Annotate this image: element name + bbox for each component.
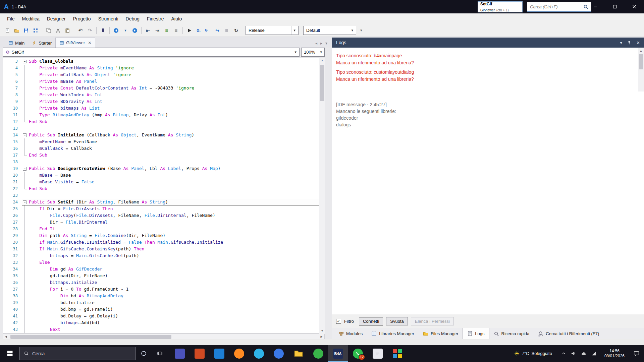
undo-button[interactable]: ↶ [76,26,85,35]
code-line-42[interactable]: 42 bitmaps.Add(bd) [3,319,324,326]
weather-widget[interactable]: ☀ 7°C Soleggiato [509,345,557,362]
cortana-icon[interactable] [136,345,152,362]
code-line-5[interactable]: 5 Private mCallBack As Object 'ignore [3,71,324,78]
code-line-37[interactable]: 37 For i = 0 To gd.FrameCount - 1 [3,286,324,293]
tab-scroll-left-icon[interactable]: ◂ [315,41,317,46]
nav-forward-button[interactable] [130,26,140,35]
code-line-11[interactable]: 11 Type BitmapAndDelay (bmp As Bitmap, D… [3,112,324,118]
code-line-39[interactable]: 39 bd.Initialize [3,299,324,306]
code-line-30[interactable]: 30 If Main.GifsCache.IsInitialized = Fal… [3,239,324,246]
code-line-27[interactable]: 27 Dir = File.DirInternal [3,219,324,226]
tab-starter[interactable]: Starter [28,38,55,48]
taskbar-search-box[interactable]: Cerca [19,347,136,360]
menu-finestre[interactable]: Finestre [143,13,168,24]
fold-marker[interactable]: − [22,165,28,172]
tool-tab-logs[interactable]: Logs [463,328,489,339]
code-line-24[interactable]: 24 −Public Sub SetGif (Dir As String, Fi… [3,199,324,205]
new-file-button[interactable] [3,26,12,35]
scroll-up-icon[interactable]: ▲ [319,58,325,63]
code-line-25[interactable]: 25 If Dir = File.DirAssets Then [3,205,324,212]
taskbar-clock[interactable]: 14:56 08/01/2026 [600,345,629,362]
fold-marker[interactable]: − [22,132,28,138]
run-button[interactable] [184,26,194,35]
fold-marker[interactable]: − [22,199,28,205]
code-line-41[interactable]: 41 bd.Delay = gd.Delay(i) [3,313,324,319]
svuota-button[interactable]: Svuota [386,317,408,325]
tool-tab-ricerca-rapida[interactable]: Ricerca rapida [489,328,534,339]
code-line-3[interactable]: 3 −Sub Class_Globals [3,58,324,65]
comment-button[interactable]: ≡ [162,26,171,35]
code-line-35[interactable]: 35 gd.Load(Dir, FileName) [3,273,324,279]
code-line-31[interactable]: 31 If Main.GifsCache.ContainsKey(path) T… [3,246,324,252]
scroll-right-icon[interactable]: ▶ [319,334,324,339]
edge-icon[interactable] [249,345,269,362]
vertical-scroll-thumb[interactable] [320,65,324,101]
outdent-button[interactable]: ⇤ [143,26,153,35]
onedrive-icon[interactable] [581,351,586,356]
code-line-28[interactable]: 28 End If [3,226,324,232]
scroll-left-icon[interactable]: ◀ [3,334,9,339]
notepad-icon[interactable] [368,345,387,362]
zoom-dropdown[interactable]: 100% ▾ [301,48,325,57]
code-line-7[interactable]: 7 Private Const DefaultColorConstant As … [3,85,324,92]
network-icon[interactable] [591,351,596,356]
code-line-16[interactable]: 16 mCallBack = Callback [3,145,324,152]
paste-button[interactable] [63,26,72,35]
chevron-down-icon[interactable]: ▾ [620,40,623,45]
save-button[interactable] [21,26,31,35]
b4a-icon[interactable]: B4A [328,345,348,362]
menu-aiuto[interactable]: Aiuto [167,13,185,24]
task-view-icon[interactable] [152,345,168,362]
ide-search-box[interactable]: Cerca (Ctrl+F) [527,2,591,12]
close-icon[interactable]: ✕ [636,40,640,45]
cut-button[interactable] [53,26,63,35]
code-line-38[interactable]: 38 Dim bd As BitmapAndDelay [3,293,324,299]
code-line-6[interactable]: 6 Private mBase As Panel [3,78,324,85]
build-config-dropdown[interactable]: Release▾ [246,26,299,35]
modules-grid-button[interactable] [31,26,40,35]
code-line-14[interactable]: 14 −Public Sub Initialize (Callback As O… [3,132,324,138]
menu-modifica[interactable]: Modifica [18,13,43,24]
code-line-10[interactable]: 10 Private bitmaps As List [3,105,324,112]
scroll-down-icon[interactable]: ▼ [319,328,325,334]
grid-app-icon[interactable] [387,345,407,362]
nav-dropdown-button[interactable]: ▾ [121,26,130,35]
code-line-17[interactable]: 17 End Sub [3,152,324,159]
code-line-9[interactable]: 9 Private BDGravity As Int [3,98,324,105]
code-line-29[interactable]: 29 Dim path As String = File.Combine(Dir… [3,232,324,239]
uncomment-button[interactable]: ≡ [171,26,181,35]
firefox-icon[interactable] [229,345,249,362]
whatsapp-icon[interactable]: 12 [348,345,368,362]
logs-scrollbar[interactable]: ▲ [638,48,644,92]
code-line-34[interactable]: 34 Dim gd As GifDecoder [3,266,324,273]
fold-marker[interactable]: − [22,58,28,65]
code-area[interactable]: 3 −Sub Class_Globals 4 Private mEventNam… [3,58,325,334]
code-line-40[interactable]: 40 bd.bmp = gd.Frame(i) [3,306,324,313]
copy-button[interactable] [44,26,53,35]
code-line-13[interactable]: 13 [3,125,324,132]
code-line-36[interactable]: 36 bitmaps.Initialize [3,279,324,286]
open-button[interactable] [12,26,21,35]
horizontal-scroll-thumb[interactable] [10,335,171,339]
editor-vertical-scrollbar[interactable]: ▲ ▼ [319,58,325,334]
action-center-icon[interactable] [629,345,644,362]
code-line-32[interactable]: 32 bitmaps = Main.GifsCache.Get(path) [3,252,324,259]
stop-button[interactable] [222,26,231,35]
menu-progetto[interactable]: Progetto [69,13,95,24]
redo-button[interactable]: ↷ [85,26,95,35]
code-line-18[interactable]: 18 [3,159,324,165]
restart-button[interactable]: ↻ [231,26,241,35]
connetti-button[interactable]: Connetti [359,317,383,325]
profile-dropdown[interactable]: Default▾ [303,26,356,35]
chrome-icon[interactable] [269,345,288,362]
code-line-20[interactable]: 20 mBase = Base [3,172,324,179]
code-line-15[interactable]: 15 mEventName = EventName [3,138,324,145]
filter-checkbox[interactable]: ✓ [336,319,341,324]
resume-button[interactable]: ↪ [213,26,222,35]
step-over-button[interactable]: G→ [203,26,213,35]
code-line-33[interactable]: 33 Else [3,259,324,266]
code-line-4[interactable]: 4 Private mEventName As String 'ignore [3,65,324,71]
tool-tab-modules[interactable]: Modules [334,328,367,339]
minimize-button[interactable] [586,0,605,13]
teams-icon[interactable] [170,345,190,362]
